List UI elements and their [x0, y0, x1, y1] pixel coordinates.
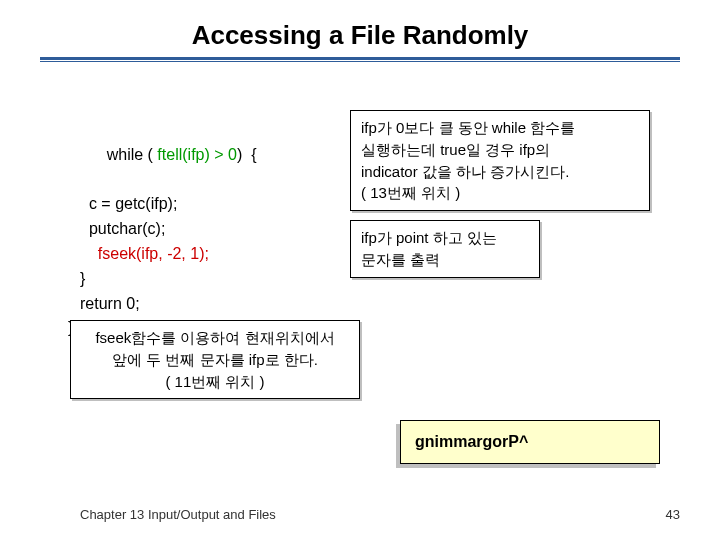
code-line-5: } [80, 267, 257, 292]
fseek-call: fseek(ifp, -2, 1); [89, 245, 209, 262]
program-output-box: gnimmargorP^ [400, 420, 660, 464]
anno-line: 문자를 출력 [361, 249, 529, 271]
annotation-ftell: ifp가 0보다 클 동안 while 함수를 실행하는데 true일 경우 i… [350, 110, 650, 211]
chapter-footer: Chapter 13 Input/Output and Files [80, 507, 680, 522]
program-output: gnimmargorP^ [415, 433, 528, 450]
slide-title: Accessing a File Randomly [0, 20, 720, 51]
code-line-2: c = getc(ifp); [80, 192, 257, 217]
title-area: Accessing a File Randomly [0, 0, 720, 62]
code-text: ) { [237, 146, 257, 163]
annotation-fseek: fseek함수를 이용하여 현재위치에서 앞에 두 번째 문자를 ifp로 한다… [70, 320, 360, 399]
anno-line: ifp가 point 하고 있는 [361, 227, 529, 249]
annotation-putchar: ifp가 point 하고 있는 문자를 출력 [350, 220, 540, 278]
anno-line: 실행하는데 true일 경우 ifp의 [361, 139, 639, 161]
anno-line: 앞에 두 번째 문자를 ifp로 한다. [81, 349, 349, 371]
code-line-1: while ( ftell(ifp) > 0) { [80, 118, 257, 192]
title-underline [40, 57, 680, 62]
code-line-6: return 0; [80, 292, 257, 317]
anno-line: ( 11번째 위치 ) [81, 371, 349, 393]
code-text: while ( [107, 146, 158, 163]
slide: Accessing a File Randomly while ( ftell(… [0, 0, 720, 540]
anno-line: ( 13번째 위치 ) [361, 182, 639, 204]
anno-line: ifp가 0보다 클 동안 while 함수를 [361, 117, 639, 139]
page-number: 43 [666, 507, 680, 522]
code-line-4: fseek(ifp, -2, 1); [80, 242, 257, 267]
code-line-3: putchar(c); [80, 217, 257, 242]
anno-line: indicator 값을 하나 증가시킨다. [361, 161, 639, 183]
ftell-call: ftell(ifp) > 0 [157, 146, 237, 163]
anno-line: fseek함수를 이용하여 현재위치에서 [81, 327, 349, 349]
code-block: while ( ftell(ifp) > 0) { c = getc(ifp);… [80, 118, 257, 341]
